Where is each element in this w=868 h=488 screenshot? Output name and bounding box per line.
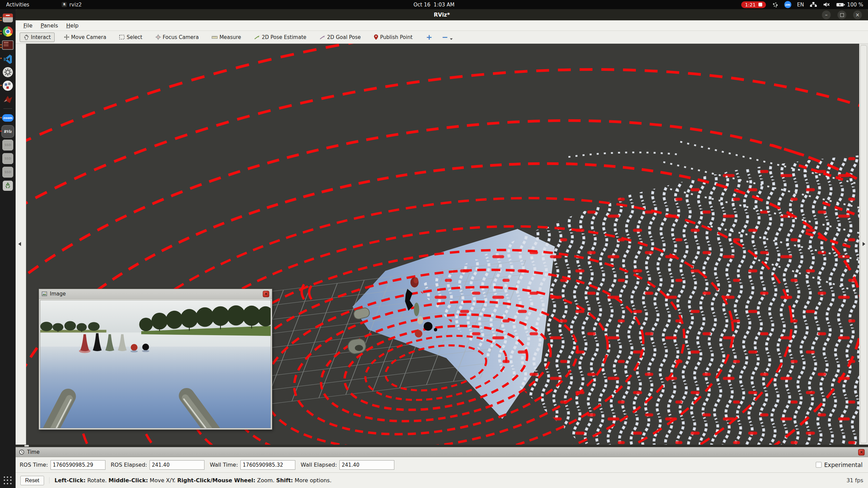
terminal-icon — [2, 40, 14, 50]
image-panel: Image × — [39, 289, 272, 430]
dock-item-chrome[interactable] — [2, 26, 14, 37]
running-dot — [0, 17, 2, 18]
wall-elapsed-field: Wall Elapsed: — [301, 460, 394, 470]
network-icon[interactable] — [810, 2, 817, 7]
menu-panels[interactable]: Panels — [38, 22, 61, 29]
dock-item-ssd-3[interactable]: SSD — [2, 166, 14, 178]
trash-icon — [3, 181, 13, 191]
window-titlebar[interactable]: RViz* – × — [16, 9, 868, 20]
wall-time-field: Wall Time: — [210, 460, 295, 470]
wall-time-input[interactable] — [240, 460, 295, 470]
menubar: File Panels Help — [16, 20, 868, 31]
ros-time-input[interactable] — [51, 460, 105, 470]
3d-viewport[interactable]: Image × — [26, 44, 859, 445]
goal-arrow-icon — [319, 35, 326, 40]
image-panel-icon — [42, 291, 47, 296]
muted-speaker-icon[interactable] — [823, 2, 830, 7]
tool-label: 2D Goal Pose — [327, 34, 361, 40]
tool-2d-goal-pose[interactable]: 2D Goal Pose — [316, 33, 364, 42]
image-panel-titlebar[interactable]: Image × — [39, 289, 272, 299]
zoom-app-icon: zoom — [2, 114, 14, 122]
dock-item-ssd-2[interactable]: SSD — [2, 153, 14, 164]
dock-item-rviz[interactable]: RViz — [2, 126, 14, 137]
clock-icon — [19, 449, 24, 455]
maximize-icon — [840, 13, 844, 17]
window-title: RViz* — [434, 12, 450, 18]
mouse-help-text: Left-Click: Rotate. Middle-Click: Move X… — [49, 477, 332, 484]
ros-elapsed-label: ROS Elapsed: — [111, 462, 147, 468]
screen-recording-badge[interactable]: 1:21 — [741, 1, 766, 8]
dock-divider — [3, 108, 12, 109]
tool-publish-point[interactable]: Publish Point — [370, 33, 416, 42]
wall-elapsed-input[interactable] — [339, 460, 394, 470]
tool-label: Measure — [219, 34, 241, 40]
tray-dots-icon[interactable] — [772, 2, 778, 8]
ssd-drive-icon: SSD — [2, 140, 13, 150]
time-panel-close-button[interactable]: × — [858, 449, 865, 455]
fps-counter: 31 fps — [846, 477, 863, 484]
add-tool-button[interactable]: + — [422, 34, 436, 41]
show-applications-button[interactable] — [4, 476, 12, 485]
maximize-button[interactable] — [837, 11, 846, 19]
system-tray: 1:21 zm EN — [741, 1, 868, 8]
activities-button[interactable]: Activities — [0, 2, 35, 8]
panel-splitter[interactable] — [16, 445, 868, 447]
expand-right-panel-icon[interactable] — [863, 242, 865, 246]
dock-item-files[interactable] — [2, 12, 14, 24]
running-dot — [0, 130, 2, 132]
statusbar: Reset Left-Click: Rotate. Middle-Click: … — [16, 472, 868, 488]
running-dot — [0, 44, 2, 45]
ruler-icon — [212, 35, 218, 39]
dock-item-vscode[interactable] — [2, 53, 14, 64]
crosshair-icon — [155, 34, 161, 40]
close-button[interactable]: × — [853, 11, 862, 19]
wall-time-label: Wall Time: — [210, 462, 238, 468]
left-panel-collapsed-strip[interactable] — [16, 44, 26, 445]
tool-interact[interactable]: Interact — [20, 33, 55, 42]
image-panel-close-button[interactable]: × — [263, 291, 269, 297]
dock-item-terminal[interactable] — [2, 39, 14, 51]
tool-2d-pose-estimate[interactable]: 2D Pose Estimate — [251, 33, 310, 42]
tree-line-left — [40, 321, 106, 333]
hand-cursor-icon — [23, 34, 29, 40]
expand-left-panel-icon[interactable] — [18, 242, 21, 246]
zoom-tray-icon[interactable]: zm — [784, 1, 791, 8]
screen: Activities R rviz2 Oct 16 1:03 AM 1:21 z… — [0, 0, 868, 488]
running-dot — [0, 58, 2, 59]
water — [40, 332, 271, 428]
clock[interactable]: Oct 16 1:03 AM — [414, 2, 455, 8]
reset-button[interactable]: Reset — [20, 476, 44, 485]
black-sphere-buoy — [142, 344, 149, 350]
dock-item-zoom[interactable]: zoom — [2, 112, 14, 124]
tool-label: Publish Point — [380, 34, 412, 40]
dock-item-red-bird-app[interactable] — [2, 94, 14, 105]
battery-indicator[interactable]: 100 % — [836, 2, 863, 8]
time-panel-body: ROS Time: ROS Elapsed: Wall Time: Wall E… — [16, 457, 868, 472]
dock-item-trash[interactable] — [2, 180, 14, 191]
tool-focus-camera[interactable]: Focus Camera — [152, 33, 202, 42]
menu-help[interactable]: Help — [63, 22, 81, 29]
wall-elapsed-label: Wall Elapsed: — [301, 462, 337, 468]
minus-icon: − — [442, 33, 448, 41]
tool-move-camera[interactable]: Move Camera — [60, 33, 110, 42]
tool-measure[interactable]: Measure — [208, 33, 244, 42]
tool-label: Interact — [31, 34, 51, 40]
focused-app-indicator[interactable]: R rviz2 — [62, 2, 82, 8]
dock-item-ssd-1[interactable]: SSD — [2, 139, 14, 151]
toolbar: Interact Move Camera Select — [16, 31, 868, 44]
experimental-checkbox[interactable] — [816, 462, 822, 468]
dock-item-settings[interactable] — [2, 66, 14, 78]
tool-select[interactable]: Select — [116, 33, 145, 42]
red-sphere-buoy — [131, 344, 138, 351]
splitter-handle[interactable] — [24, 445, 29, 447]
menu-file[interactable]: File — [20, 22, 36, 29]
battery-percent: 100 % — [847, 2, 863, 8]
minimize-button[interactable]: – — [822, 11, 831, 19]
right-panel-collapsed-strip[interactable] — [859, 44, 868, 445]
ros-elapsed-input[interactable] — [150, 460, 204, 470]
time-panel-titlebar[interactable]: Time × — [16, 447, 868, 457]
remove-tool-button[interactable]: − — [438, 34, 452, 41]
time-panel: Time × ROS Time: ROS Elapsed: Wall Time:… — [16, 447, 868, 472]
dock-item-simulator[interactable] — [2, 80, 14, 92]
keyboard-layout-indicator[interactable]: EN — [797, 2, 804, 8]
